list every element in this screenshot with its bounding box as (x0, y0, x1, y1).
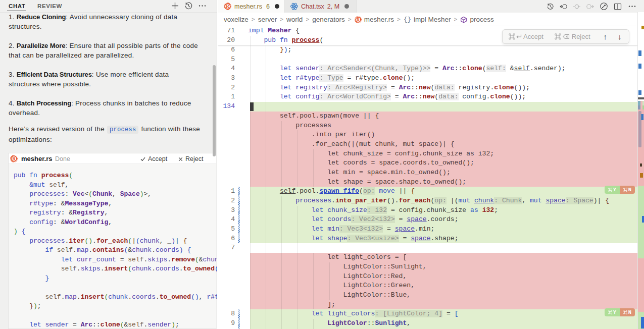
svg-text:R: R (12, 156, 16, 161)
svg-text:R: R (357, 17, 360, 22)
